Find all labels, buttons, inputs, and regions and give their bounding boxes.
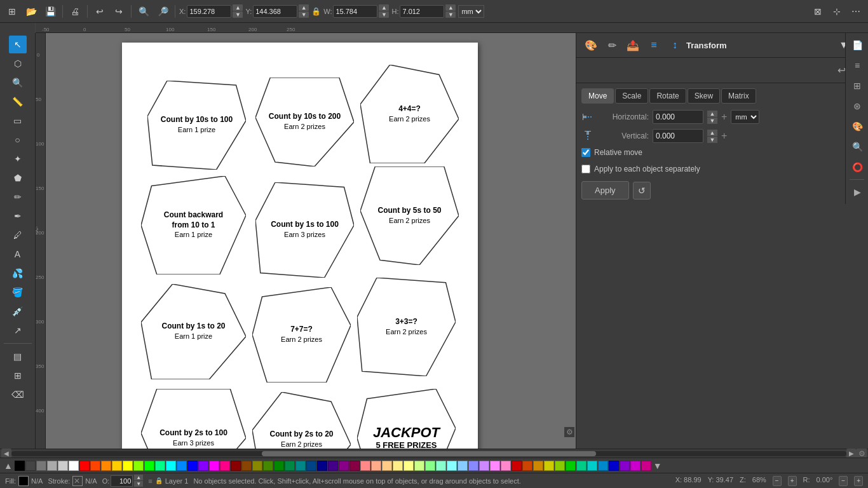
opacity-down-btn[interactable]: ▼: [134, 481, 143, 487]
more-btn[interactable]: ⋯: [848, 3, 864, 20]
fill-color-box[interactable]: [18, 476, 29, 486]
color-swatch[interactable]: [468, 461, 478, 471]
color-swatch[interactable]: [339, 461, 349, 471]
scrollbar-thumb[interactable]: [262, 451, 596, 456]
h-input[interactable]: [400, 5, 444, 18]
color-swatch[interactable]: [123, 461, 133, 471]
y-up-btn[interactable]: ▲: [299, 4, 309, 11]
select-tool[interactable]: ↖: [9, 36, 27, 53]
tab-skew[interactable]: Skew: [688, 88, 720, 104]
color-swatch[interactable]: [403, 461, 414, 471]
canvas-area[interactable]: Count by 10s to 100Earn 1 prizeCount by …: [46, 33, 576, 449]
x-down-btn[interactable]: ▼: [233, 11, 243, 18]
node-tool[interactable]: ⬡: [9, 55, 27, 72]
print-btn[interactable]: 🖨: [67, 3, 83, 20]
vertical-input[interactable]: [653, 129, 703, 143]
tab-scale[interactable]: Scale: [615, 88, 648, 104]
color-swatch[interactable]: [231, 461, 241, 471]
y-input[interactable]: [253, 5, 297, 18]
w-up-btn[interactable]: ▲: [379, 4, 389, 11]
color-swatch[interactable]: [36, 461, 46, 471]
color-swatch[interactable]: [587, 461, 597, 471]
objects-icon-btn[interactable]: ⊞: [848, 76, 867, 95]
color-swatch[interactable]: [641, 461, 651, 471]
find-icon-btn[interactable]: 🔍: [848, 137, 867, 156]
edit-panel-btn[interactable]: ✏: [602, 36, 621, 55]
fill-stroke-panel-btn[interactable]: 🎨: [581, 36, 600, 55]
color-swatch[interactable]: [436, 461, 446, 471]
color-swatch[interactable]: [512, 461, 522, 471]
color-swatch[interactable]: [360, 461, 370, 471]
zoom-out-btn[interactable]: 🔎: [154, 3, 171, 20]
color-swatch[interactable]: [576, 461, 587, 471]
color-swatch[interactable]: [598, 461, 608, 471]
new-file-btn[interactable]: ⊞: [4, 3, 20, 20]
calligraphy-tool[interactable]: 🖊: [9, 226, 27, 244]
save-file-btn[interactable]: 💾: [42, 3, 58, 20]
color-swatch[interactable]: [47, 461, 57, 471]
color-swatch[interactable]: [295, 461, 306, 471]
horizontal-scrollbar[interactable]: ◀ ▶ ⚙: [0, 449, 868, 458]
color-swatch[interactable]: [112, 461, 122, 471]
color-swatch[interactable]: [555, 461, 565, 471]
color-swatch[interactable]: [371, 461, 381, 471]
polygon-tool[interactable]: ⬟: [9, 169, 27, 187]
horizontal-down-btn[interactable]: ▼: [707, 118, 717, 124]
zoom-in-btn[interactable]: 🔍: [135, 3, 152, 20]
transform-panel-btn[interactable]: ↕: [665, 36, 684, 55]
zoom-minus-btn[interactable]: −: [773, 476, 782, 486]
circle-tool[interactable]: ○: [9, 131, 27, 149]
fill-tool[interactable]: 🪣: [9, 283, 27, 301]
gradient-tool[interactable]: ▤: [9, 348, 27, 365]
tab-move[interactable]: Move: [581, 88, 614, 104]
color-swatch[interactable]: [414, 461, 424, 471]
horizontal-up-btn[interactable]: ▲: [707, 111, 717, 117]
color-swatch[interactable]: [58, 461, 68, 471]
symbols-icon-btn[interactable]: ⊛: [848, 97, 867, 116]
apply-button[interactable]: Apply: [581, 181, 629, 200]
connector-tool[interactable]: ↗: [9, 322, 27, 339]
export-panel-btn[interactable]: 📤: [623, 36, 642, 55]
color-swatch[interactable]: [522, 461, 532, 471]
pentagon-shape-s9[interactable]: 3+3=?Earn 2 prizes: [357, 278, 456, 376]
w-down-btn[interactable]: ▼: [379, 11, 389, 18]
vertical-up-btn[interactable]: ▲: [707, 130, 717, 136]
page-icon-btn[interactable]: 📄: [848, 36, 867, 55]
y-down-btn[interactable]: ▼: [299, 11, 309, 18]
color-swatch[interactable]: [447, 461, 457, 471]
opacity-input[interactable]: [111, 475, 133, 487]
color-swatch[interactable]: [198, 461, 208, 471]
relative-move-checkbox[interactable]: [581, 148, 590, 157]
layers-icon-btn[interactable]: ≡: [848, 56, 867, 75]
rotation-minus-btn[interactable]: −: [839, 476, 848, 486]
color-swatch[interactable]: [458, 461, 468, 471]
color-swatch[interactable]: [630, 461, 641, 471]
pentagon-shape-s8[interactable]: 7+7=?Earn 2 prizes: [252, 287, 351, 383]
color-swatch[interactable]: [544, 461, 554, 471]
color-swatch[interactable]: [177, 461, 187, 471]
color-swatch[interactable]: [479, 461, 489, 471]
pentagon-shape-s7[interactable]: Count by 1s to 20Earn 1 prize: [141, 284, 246, 379]
pen-tool[interactable]: ✒: [9, 207, 27, 225]
stroke-color-box[interactable]: ✕: [72, 476, 83, 486]
color-swatch[interactable]: [306, 461, 316, 471]
canvas-options-btn[interactable]: ⚙: [564, 427, 574, 437]
w-input[interactable]: [333, 5, 377, 18]
rect-tool[interactable]: ▭: [9, 112, 27, 130]
lock-icon[interactable]: 🔒: [311, 7, 321, 16]
palette-scroll-up[interactable]: ▲: [3, 461, 14, 471]
zoom-tool[interactable]: 🔍: [9, 74, 27, 92]
measure-tool[interactable]: 📏: [9, 93, 27, 111]
color-swatch[interactable]: [187, 461, 198, 471]
pentagon-shape-s11[interactable]: Count by 2s to 20Earn 2 prizes: [252, 392, 351, 449]
color-swatch[interactable]: [79, 461, 90, 471]
color-swatch[interactable]: [69, 461, 79, 471]
color-swatch[interactable]: [252, 461, 262, 471]
color-swatch[interactable]: [25, 461, 36, 471]
color-swatch[interactable]: [317, 461, 327, 471]
open-file-btn[interactable]: 📂: [23, 3, 39, 20]
snap-btn[interactable]: ⊹: [829, 3, 845, 20]
undo-btn[interactable]: ↩: [92, 3, 108, 20]
tab-rotate[interactable]: Rotate: [649, 88, 686, 104]
tab-matrix[interactable]: Matrix: [721, 88, 756, 104]
